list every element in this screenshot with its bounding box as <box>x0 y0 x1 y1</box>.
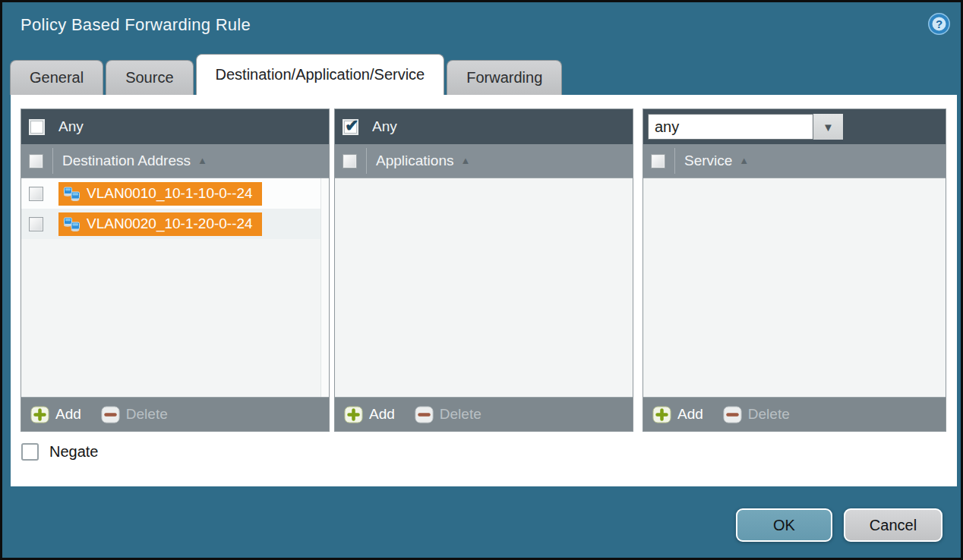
service-panel: any ▼ Service ▲ Add D <box>643 109 946 432</box>
destination-address-panel: Any Destination Address ▲ <box>21 109 330 432</box>
negate-checkbox[interactable] <box>21 443 39 461</box>
applications-delete-button[interactable]: Delete <box>415 406 482 423</box>
service-dropdown-value[interactable]: any <box>648 114 813 140</box>
row-checkbox[interactable] <box>29 187 43 201</box>
add-icon <box>344 406 363 423</box>
service-list <box>643 178 946 397</box>
ok-button[interactable]: OK <box>736 508 832 542</box>
add-icon <box>30 406 49 423</box>
service-delete-button[interactable]: Delete <box>723 406 790 423</box>
table-row[interactable]: VLAN0020_10-1-20-0--24 <box>21 209 329 239</box>
destination-column-header: Destination Address ▲ <box>21 144 329 178</box>
svg-text:?: ? <box>936 17 942 30</box>
tab-content: Any Destination Address ▲ <box>11 95 957 486</box>
destination-header-label: Destination Address <box>62 153 191 169</box>
header-divider <box>674 148 675 174</box>
add-label: Add <box>677 406 703 423</box>
applications-sort-header[interactable]: Applications ▲ <box>376 153 470 169</box>
help-icon[interactable]: ? <box>927 12 951 36</box>
destination-any-label: Any <box>58 118 84 135</box>
applications-panel: Any Applications ▲ Add Delete <box>334 109 633 432</box>
dialog-title: Policy Based Forwarding Rule <box>21 15 251 35</box>
service-column-header: Service ▲ <box>643 144 946 178</box>
add-label: Add <box>55 406 81 423</box>
sort-asc-icon: ▲ <box>739 155 749 166</box>
delete-label: Delete <box>440 406 482 423</box>
address-label: VLAN0010_10-1-10-0--24 <box>87 185 253 202</box>
add-label: Add <box>369 406 395 423</box>
service-sort-header[interactable]: Service ▲ <box>684 153 749 169</box>
applications-toolbar: Add Delete <box>335 397 633 431</box>
destination-sort-header[interactable]: Destination Address ▲ <box>62 153 207 169</box>
destination-toolbar: Add Delete <box>21 397 329 431</box>
applications-list <box>335 178 633 397</box>
network-address-icon <box>63 216 81 231</box>
service-mode-dropdown[interactable]: any ▼ <box>648 114 843 140</box>
destination-delete-button[interactable]: Delete <box>101 406 168 423</box>
applications-selectall-checkbox[interactable] <box>343 154 357 168</box>
delete-label: Delete <box>126 406 168 423</box>
sort-asc-icon: ▲ <box>460 155 470 166</box>
destination-add-button[interactable]: Add <box>30 406 81 423</box>
table-row[interactable]: VLAN0010_10-1-10-0--24 <box>21 178 329 209</box>
applications-column-header: Applications ▲ <box>335 144 633 178</box>
destination-any-checkbox[interactable] <box>29 119 45 135</box>
service-selectall-checkbox[interactable] <box>651 154 665 168</box>
tab-bar: General Source Destination/Application/S… <box>10 54 564 95</box>
service-header-label: Service <box>684 153 732 169</box>
address-chip: VLAN0020_10-1-20-0--24 <box>58 212 262 236</box>
tab-general[interactable]: General <box>10 60 103 95</box>
negate-label: Negate <box>49 443 99 461</box>
applications-header-label: Applications <box>376 153 453 169</box>
scrollbar-track[interactable] <box>320 178 329 397</box>
header-divider <box>52 148 53 174</box>
policy-forwarding-dialog: Policy Based Forwarding Rule ? General S… <box>0 0 963 560</box>
address-label: VLAN0020_10-1-20-0--24 <box>87 216 253 232</box>
negate-option: Negate <box>21 443 99 461</box>
service-toolbar: Add Delete <box>643 397 946 431</box>
applications-any-checkbox[interactable] <box>343 119 358 135</box>
row-checkbox[interactable] <box>29 217 43 231</box>
applications-add-button[interactable]: Add <box>344 406 395 423</box>
delete-icon <box>415 406 434 423</box>
delete-icon <box>723 406 742 423</box>
tab-source[interactable]: Source <box>106 60 193 95</box>
add-icon <box>652 406 671 423</box>
tab-destination-application-service[interactable]: Destination/Application/Service <box>196 54 445 95</box>
cancel-button[interactable]: Cancel <box>844 508 942 542</box>
destination-list: VLAN0010_10-1-10-0--24 VLAN0020_10-1-20-… <box>21 178 329 397</box>
service-add-button[interactable]: Add <box>652 406 703 423</box>
tab-forwarding[interactable]: Forwarding <box>447 60 562 95</box>
destination-selectall-checkbox[interactable] <box>29 154 43 168</box>
delete-icon <box>101 406 120 423</box>
applications-any-bar: Any <box>335 109 633 144</box>
header-divider <box>366 148 367 174</box>
chevron-down-icon[interactable]: ▼ <box>813 114 843 140</box>
delete-label: Delete <box>748 406 790 423</box>
network-address-icon <box>63 186 81 201</box>
service-dropdown-bar: any ▼ <box>643 109 946 144</box>
address-chip: VLAN0010_10-1-10-0--24 <box>58 182 262 206</box>
applications-any-label: Any <box>372 118 397 135</box>
destination-any-bar: Any <box>21 109 329 144</box>
sort-asc-icon: ▲ <box>197 155 207 166</box>
